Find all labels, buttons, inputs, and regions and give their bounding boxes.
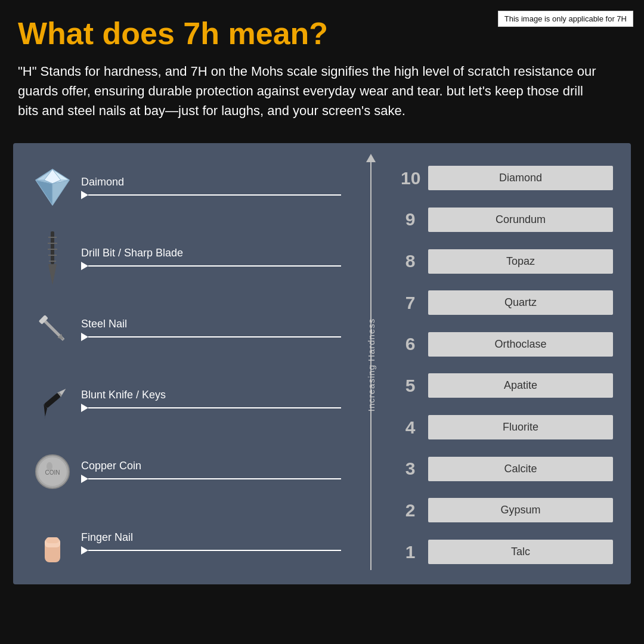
chart-container: Daimond Drill Bit / Shar	[13, 143, 631, 584]
item-label-arrow: Copper Coin	[81, 460, 341, 483]
description-text: "H" Stands for hardness, and 7H on the M…	[18, 61, 602, 120]
list-item: Steel Nail	[31, 308, 341, 351]
disclaimer-badge: This image is only applicable for 7H	[498, 11, 633, 27]
item-label: Drill Bit / Sharp Blade	[81, 247, 341, 259]
list-item: COIN Copper Coin	[31, 450, 341, 493]
scale-box: Quartz	[428, 290, 613, 315]
item-label-arrow: Steel Nail	[81, 318, 341, 341]
svg-rect-7	[51, 231, 54, 264]
arrow-head	[81, 333, 88, 341]
svg-rect-17	[44, 392, 61, 408]
item-label-arrow: Finger Nail	[81, 531, 341, 555]
scale-row: 3 Calcite	[401, 457, 613, 481]
item-label-arrow: Blunt Knife / Keys	[81, 389, 341, 412]
list-item: Blunt Knife / Keys	[31, 379, 341, 422]
scale-box: Apatite	[428, 373, 613, 398]
list-item: Daimond	[31, 166, 341, 209]
knife-icon	[31, 379, 74, 422]
fingernail-icon	[31, 521, 74, 564]
scale-box: Talc	[428, 540, 613, 564]
scale-box: Corundum	[428, 208, 613, 232]
arrow-line	[81, 333, 341, 341]
drill-icon	[31, 237, 74, 280]
arrow-line	[81, 546, 341, 555]
svg-marker-3	[52, 180, 69, 205]
scale-row: 6 Orthoclase	[401, 332, 613, 357]
scale-box: Orthoclase	[428, 332, 613, 357]
item-label: Blunt Knife / Keys	[81, 389, 341, 401]
scale-number: 1	[401, 542, 420, 562]
item-label: Daimond	[81, 176, 341, 188]
coin-icon: COIN	[31, 450, 74, 493]
top-section: This image is only applicable for 7H Wha…	[0, 0, 644, 132]
scale-number: 7	[401, 293, 420, 313]
svg-rect-27	[46, 537, 59, 543]
scale-box: Diamond	[428, 166, 613, 190]
diamond-icon	[31, 166, 74, 209]
scale-number: 2	[401, 500, 420, 521]
arrow-line	[81, 191, 341, 199]
scale-box: Topaz	[428, 249, 613, 274]
nail-icon	[31, 308, 74, 351]
arrow-head	[81, 475, 88, 483]
list-item: Finger Nail	[31, 521, 341, 564]
scale-row: 8 Topaz	[401, 249, 613, 274]
arrow-head	[81, 191, 88, 199]
svg-marker-2	[36, 180, 52, 205]
scale-row: 4 Fluorite	[401, 415, 613, 439]
arrow-line	[81, 475, 341, 483]
scale-box: Gypsum	[428, 498, 613, 522]
arrow-head	[81, 546, 88, 555]
scale-column: 10 Diamond 9 Corundum 8 Topaz 7 Quartz 6…	[401, 160, 613, 570]
item-label: Steel Nail	[81, 318, 341, 330]
scale-row: 7 Quartz	[401, 290, 613, 315]
scale-row: 1 Talc	[401, 540, 613, 564]
scale-row: 2 Gypsum	[401, 498, 613, 522]
scale-number: 6	[401, 334, 420, 354]
svg-text:COIN: COIN	[45, 469, 60, 476]
item-label-arrow: Daimond	[81, 176, 341, 199]
list-item: Drill Bit / Sharp Blade	[31, 237, 341, 280]
scale-box: Fluorite	[428, 415, 613, 439]
scale-number: 8	[401, 251, 420, 271]
axis-wrapper: Increasing Hardness	[353, 160, 389, 570]
axis-label: Increasing Hardness	[366, 318, 376, 412]
items-column: Daimond Drill Bit / Shar	[31, 160, 341, 570]
arrow-line	[81, 262, 341, 270]
arrow-head	[81, 404, 88, 412]
arrow-head	[81, 262, 88, 270]
item-label: Finger Nail	[81, 531, 341, 544]
arrow-line	[81, 404, 341, 412]
scale-row: 5 Apatite	[401, 373, 613, 398]
scale-box: Calcite	[428, 457, 613, 481]
scale-row: 10 Diamond	[401, 166, 613, 190]
svg-marker-8	[48, 264, 57, 285]
scale-row: 9 Corundum	[401, 208, 613, 232]
scale-number: 3	[401, 459, 420, 479]
item-label: Copper Coin	[81, 460, 341, 472]
scale-number: 5	[401, 376, 420, 396]
scale-number: 9	[401, 209, 420, 230]
scale-number: 10	[401, 168, 420, 188]
scale-number: 4	[401, 417, 420, 438]
item-label-arrow: Drill Bit / Sharp Blade	[81, 247, 341, 270]
